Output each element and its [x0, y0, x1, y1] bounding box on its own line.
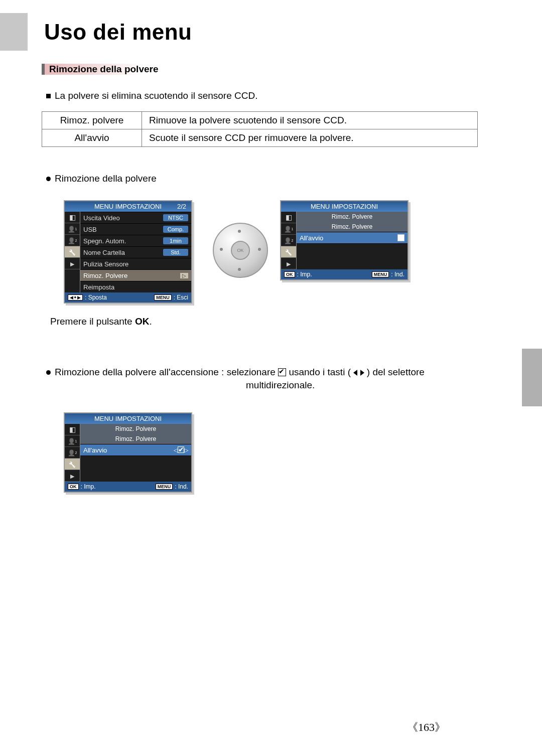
dial-bottom-dot: [238, 268, 241, 271]
description-table: Rimoz. polvere Rimuove la polvere scuote…: [42, 111, 478, 147]
sub-bullet-2-line2: multidirezionale.: [246, 380, 315, 391]
lcd-screen-2: MENU IMPOSTAZIONI ◧ 1 2 Rimoz. Polvere R…: [280, 200, 409, 280]
dial-right-dot: [258, 248, 261, 251]
manual-page: Uso dei menu Rimozione della polvere La …: [0, 0, 542, 756]
dial-ok-button: OK: [231, 241, 250, 260]
cell: Rimuove la polvere scuotendo il sensore …: [142, 112, 478, 129]
menu-row: Spegn. Autom.1min: [80, 235, 191, 246]
sub-bullet-1-text: Rimozione della polvere: [55, 173, 157, 184]
tab-user1-icon: 1: [65, 435, 80, 447]
tab-play-icon: [65, 470, 80, 482]
tab-camera-icon: ◧: [65, 424, 80, 435]
tab-settings-icon: [65, 246, 80, 258]
lcd-tabs: ◧ 1 2: [65, 212, 80, 292]
triangle-left-icon: [353, 370, 357, 376]
ok-button-icon: OK: [68, 484, 79, 490]
lcd-header: MENU IMPOSTAZIONI 2/2: [65, 201, 191, 212]
lcd-header: MENU IMPOSTAZIONI: [281, 201, 408, 212]
dot-bullet-icon: [46, 177, 51, 181]
press-ok-line: Premere il pulsante OK.: [50, 316, 152, 327]
tab-user1-icon: 1: [65, 223, 80, 235]
sub-bullet-2: Rimozione della polvere all'accensione :…: [46, 367, 425, 378]
dial-top-dot: [238, 230, 241, 233]
tab-camera-icon: ◧: [281, 212, 296, 223]
lcd-subheading: Rimoz. Polvere: [80, 424, 191, 434]
tab-user2-icon: 2: [281, 235, 296, 246]
lcd-page-indicator: 2/2: [177, 203, 186, 210]
checkbox-checked-with-arrows-icon: ◁▷: [174, 446, 188, 453]
lcd-subheading-2: Rimoz. Polvere: [80, 434, 191, 444]
menu-row-selected: Rimoz. Polvere▷: [80, 269, 191, 281]
menu-button-icon: MENU: [154, 294, 172, 300]
control-dial-illustration: OK: [213, 223, 268, 275]
lcd-tabs: ◧ 1 2: [65, 424, 80, 482]
intro-text: La polvere si elimina scuotendo il senso…: [55, 90, 257, 101]
lcd-rows: Uscita VideoNTSC USBComp. Spegn. Autom.1…: [80, 212, 191, 292]
menu-row: Nome CartellaStd.: [80, 246, 191, 258]
menu-row: USBComp.: [80, 223, 191, 235]
cell: Scuote il sensore CCD per rimuovere la p…: [142, 129, 478, 147]
intro-bullet: La polvere si elimina scuotendo il senso…: [46, 90, 257, 101]
tab-user2-icon: 2: [65, 235, 80, 246]
menu-row-selected: All'avvio: [297, 232, 408, 243]
menu-row-empty: [80, 456, 191, 478]
tab-camera-icon: ◧: [65, 212, 80, 223]
tab-play-icon: [65, 258, 80, 269]
nav-arrows-icon: ◀✦▶: [68, 294, 83, 300]
section-heading: Rimozione della polvere: [42, 64, 159, 75]
tab-play-icon: [281, 258, 296, 269]
checkbox-checked-icon: [278, 368, 286, 376]
lcd-footer: OK : Imp. MENU : Ind.: [281, 269, 408, 279]
menu-row: Reimposta: [80, 281, 191, 292]
menu-button-icon: MENU: [156, 484, 173, 490]
menu-row-selected: All'avvio ◁▷: [80, 444, 191, 456]
sub-bullet-1: Rimozione della polvere: [46, 173, 157, 184]
lcd-header-text: MENU IMPOSTAZIONI: [94, 203, 162, 210]
title-bar: Uso dei menu: [0, 13, 459, 51]
square-bullet-icon: [46, 94, 51, 98]
lcd-footer: OK : Imp. MENU : Ind.: [65, 482, 191, 492]
triangle-right-icon: [360, 370, 364, 376]
lcd-subheading: Rimoz. Polvere: [297, 212, 408, 222]
lcd-tabs: ◧ 1 2: [281, 212, 297, 269]
tab-user1-icon: 1: [281, 223, 296, 235]
table-row: Rimoz. polvere Rimuove la polvere scuote…: [42, 112, 478, 129]
tab-user2-icon: 2: [65, 447, 80, 459]
checkbox-empty-icon: [397, 234, 404, 241]
lcd-header: MENU IMPOSTAZIONI: [65, 413, 191, 424]
side-tab: [522, 349, 542, 406]
cell: All'avvio: [42, 129, 142, 147]
menu-row: Pulizia Sensore: [80, 258, 191, 269]
menu-button-icon: MENU: [372, 271, 389, 277]
menu-row-empty: [297, 243, 408, 266]
dial-left-dot: [220, 248, 223, 251]
page-number: 《163》: [407, 720, 446, 735]
dot-bullet-icon: [46, 370, 51, 375]
lcd-subheading-2: Rimoz. Polvere: [297, 222, 408, 232]
tab-settings-icon: [65, 459, 80, 470]
lcd-screen-3: MENU IMPOSTAZIONI ◧ 1 2 Rimoz. Polvere R…: [64, 412, 192, 493]
menu-row: Uscita VideoNTSC: [80, 212, 191, 223]
ok-button-icon: OK: [284, 271, 295, 277]
lcd-footer: ◀✦▶ : Sposta MENU : Esci: [65, 292, 191, 303]
page-title: Uso dei menu: [44, 20, 192, 45]
lcd-screen-1: MENU IMPOSTAZIONI 2/2 ◧ 1 2 Uscita Video…: [64, 200, 192, 304]
table-row: All'avvio Scuote il sensore CCD per rimu…: [42, 129, 478, 147]
tab-settings-icon: [281, 246, 296, 258]
arrow-right-icon: ▷: [180, 273, 188, 278]
cell: Rimoz. polvere: [42, 112, 142, 129]
